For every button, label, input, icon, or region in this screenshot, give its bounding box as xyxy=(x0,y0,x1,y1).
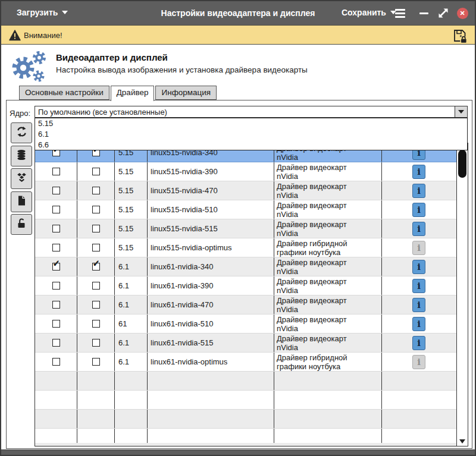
info-button[interactable]: i xyxy=(412,165,425,179)
table-row[interactable]: 5.15linux515-nvidia-optimusДрайвер гибри… xyxy=(35,238,456,257)
installed-checkbox[interactable] xyxy=(52,320,60,328)
select-checkbox[interactable] xyxy=(92,320,100,328)
check1-cell xyxy=(35,238,77,257)
table-row[interactable]: 5.15linux515-nvidia-470Драйвер видеокарт… xyxy=(35,181,456,200)
driver-name-cell: linux61-nvidia-340 xyxy=(148,257,274,276)
installed-checkbox[interactable] xyxy=(52,282,60,290)
description-text: Драйвер видеокартnVidia xyxy=(277,258,347,276)
description-cell xyxy=(274,372,382,390)
app-window: Загрузить Настройки видеоадаптера и дисп… xyxy=(0,0,476,456)
info-button[interactable]: i xyxy=(412,203,425,217)
arrow-down-icon xyxy=(459,439,465,444)
kernel-option[interactable]: 5.15 xyxy=(35,118,467,129)
description-text: Драйвер видеокартnVidia xyxy=(277,296,347,314)
vertical-scrollbar[interactable] xyxy=(456,143,468,446)
scrollbar-down-button[interactable] xyxy=(457,437,468,445)
tab-main-settings[interactable]: Основные настройки xyxy=(19,86,109,100)
packages-button[interactable] xyxy=(11,168,32,189)
table-row[interactable]: 6.1linux61-nvidia-390Драйвер видеокартnV… xyxy=(35,276,456,295)
installed-checkbox[interactable]: ✓ xyxy=(52,263,60,271)
select-checkbox[interactable] xyxy=(92,206,100,213)
kernel-combobox[interactable]: По умолчанию (все установленные) xyxy=(35,106,468,118)
kernel-option[interactable]: 6.1 xyxy=(35,129,467,140)
description-text: Драйвер видеокартnVidia xyxy=(277,220,347,238)
kernel-cell: 6.1 xyxy=(115,276,148,295)
info-cell: i xyxy=(382,219,456,238)
driver-name-cell xyxy=(148,391,274,409)
select-checkbox[interactable] xyxy=(92,225,100,232)
installed-checkbox[interactable] xyxy=(52,168,60,175)
table-row[interactable]: 61linux61-nvidia-510Драйвер видеокартnVi… xyxy=(35,315,456,334)
info-button: i xyxy=(412,241,425,255)
info-button[interactable]: i xyxy=(412,298,425,312)
save-locked-icon[interactable] xyxy=(452,28,468,43)
table-row[interactable]: 6.1linux61-nvidia-optimusДрайвер гибридн… xyxy=(35,353,456,372)
installed-checkbox[interactable] xyxy=(52,339,60,347)
installed-checkbox[interactable] xyxy=(52,187,60,194)
check1-cell xyxy=(35,372,77,390)
driver-name-cell xyxy=(148,410,274,428)
description-cell xyxy=(274,410,382,428)
scrollbar-thumb[interactable] xyxy=(458,150,466,178)
installed-checkbox[interactable] xyxy=(52,244,60,251)
select-checkbox[interactable] xyxy=(92,187,100,194)
info-button[interactable]: i xyxy=(412,317,425,331)
kernel-cell: 6.1 xyxy=(115,334,148,352)
select-checkbox[interactable]: ✓ xyxy=(92,263,100,271)
warning-icon xyxy=(9,30,21,41)
info-button[interactable]: i xyxy=(412,184,425,198)
save-menu-button[interactable]: Сохранить xyxy=(342,8,396,17)
info-button[interactable]: i xyxy=(412,336,425,350)
select-checkbox[interactable] xyxy=(92,282,100,290)
tab-driver[interactable]: Драйвер xyxy=(111,86,155,101)
table-row[interactable]: 5.15linux515-nvidia-390Драйвер видеокарт… xyxy=(35,162,456,181)
description-cell: Драйвер видеокартnVidia xyxy=(274,257,382,276)
save-menu-label: Сохранить xyxy=(342,8,386,17)
kernel-cell: 5.15 xyxy=(115,181,148,200)
refresh-button[interactable] xyxy=(11,122,32,143)
kernel-option[interactable]: 6.6 xyxy=(35,140,467,150)
database-button[interactable] xyxy=(11,146,32,166)
new-document-button[interactable] xyxy=(11,191,32,212)
installed-checkbox[interactable] xyxy=(52,225,60,232)
kernel-label: Ядро: xyxy=(10,109,30,118)
check2-cell xyxy=(77,295,115,314)
info-cell xyxy=(382,410,456,428)
check2-cell xyxy=(77,276,115,295)
kernel-cell: 5.15 xyxy=(115,200,148,219)
gears-icon xyxy=(7,50,51,84)
description-cell xyxy=(274,391,382,409)
select-checkbox[interactable] xyxy=(92,339,100,347)
installed-checkbox[interactable] xyxy=(52,358,60,366)
select-checkbox[interactable] xyxy=(92,301,100,309)
info-button[interactable]: i xyxy=(412,279,425,293)
driver-name-cell: linux515-nvidia-390 xyxy=(148,162,274,181)
driver-table: ✓✓5.15linux515-nvidia-340Драйвер видеока… xyxy=(35,143,468,446)
driver-name-cell: linux61-nvidia-390 xyxy=(148,276,274,295)
unlock-button[interactable] xyxy=(11,214,32,235)
table-row[interactable]: ✓✓6.1linux61-nvidia-340Драйвер видеокарт… xyxy=(35,257,456,276)
kernel-combobox-value: По умолчанию (все установленные) xyxy=(38,108,167,117)
select-checkbox[interactable] xyxy=(92,168,100,175)
close-button[interactable]: ✕ xyxy=(455,1,470,25)
combobox-dropdown-button[interactable] xyxy=(455,106,467,117)
installed-checkbox[interactable] xyxy=(52,206,60,213)
maximize-icon[interactable] xyxy=(436,1,451,25)
document-icon xyxy=(16,195,27,209)
info-button[interactable]: i xyxy=(412,260,425,274)
select-checkbox[interactable] xyxy=(92,358,100,366)
menu-icon[interactable] xyxy=(393,1,407,25)
driver-name-cell xyxy=(148,372,274,390)
table-row[interactable]: 5.15linux515-nvidia-510Драйвер видеокарт… xyxy=(35,200,456,219)
driver-name-cell: linux61-nvidia-515 xyxy=(148,334,274,352)
table-row[interactable]: 6.1linux61-nvidia-515Драйвер видеокартnV… xyxy=(35,334,456,353)
description-text: Драйвер гибриднойграфики ноутбука xyxy=(277,239,347,257)
minimize-button[interactable] xyxy=(416,1,431,25)
select-checkbox[interactable] xyxy=(92,244,100,251)
table-row[interactable]: 5.15linux515-nvidia-515Драйвер видеокарт… xyxy=(35,219,456,238)
installed-checkbox[interactable] xyxy=(52,301,60,309)
table-row[interactable]: 6.1linux61-nvidia-470Драйвер видеокартnV… xyxy=(35,295,456,315)
tab-information[interactable]: Информация xyxy=(155,86,217,100)
description-text: Драйвер гибриднойграфики ноутбука xyxy=(277,353,347,371)
info-button[interactable]: i xyxy=(412,222,425,236)
